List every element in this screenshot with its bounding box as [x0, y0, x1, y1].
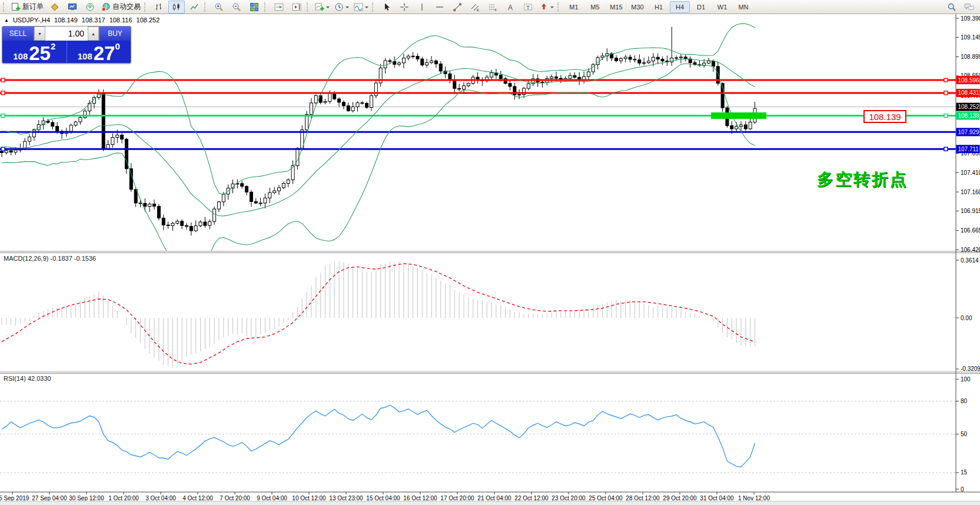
zoom-in-button[interactable]	[211, 1, 227, 14]
hline-marker[interactable]	[944, 114, 948, 118]
indicators-button[interactable]	[313, 1, 331, 14]
timeframe-m1-button[interactable]: M1	[564, 1, 584, 13]
buy-price[interactable]: 108 27 0	[67, 41, 131, 63]
svg-text:A: A	[508, 3, 513, 11]
crosshair-tool-button[interactable]	[396, 1, 413, 14]
templates-icon	[354, 2, 363, 12]
chart-profile-button[interactable]	[46, 1, 63, 14]
hline-marker[interactable]	[1, 147, 5, 151]
periods-button[interactable]	[333, 1, 351, 14]
price-axis[interactable]: 109.390109.145108.895108.650108.400108.1…	[956, 15, 980, 493]
hline-marker[interactable]	[1, 91, 5, 95]
rsi-tick-label: 50	[961, 431, 968, 437]
buy-button[interactable]: BUY	[99, 26, 131, 41]
price-tag-label: 108.139	[958, 112, 980, 119]
trendline-tool-button[interactable]	[449, 1, 466, 14]
vertical-line-icon	[417, 2, 427, 12]
clock-icon	[334, 2, 344, 12]
hline-marker[interactable]	[1, 78, 5, 82]
volume-stepper: ▼ ▲	[34, 26, 99, 41]
hline-marker[interactable]	[1, 114, 5, 118]
timeframe-mn-button[interactable]: MN	[733, 1, 753, 13]
bar-open: 108.149	[54, 16, 78, 24]
vertical-line-tool-button[interactable]	[414, 1, 430, 14]
sell-price[interactable]: 108 25 2	[2, 41, 67, 63]
timeframe-m5-button[interactable]: M5	[585, 1, 605, 13]
price-annotation-box: 108.139	[863, 110, 906, 123]
bar-high: 108.317	[82, 16, 105, 24]
equidistant-channel-tool-button[interactable]: E	[467, 1, 483, 14]
price-tag-label: 108.431	[958, 89, 980, 96]
highlight-zone[interactable]	[711, 112, 766, 119]
hline-marker[interactable]	[944, 91, 948, 95]
text-tool-button[interactable]: A	[502, 1, 519, 14]
auto-trading-button[interactable]: 自动交易	[99, 1, 142, 14]
zoom-out-icon	[232, 2, 241, 12]
symbol-ohlc-line: ▲ USDJPY-,H4 108.149 108.317 108.116 108…	[4, 16, 160, 24]
bar-chart-button[interactable]	[151, 1, 167, 14]
timeframe-m30-button[interactable]: M30	[627, 1, 647, 13]
toolbar-grip	[144, 2, 148, 12]
candlestick-chart-icon	[172, 2, 181, 12]
auto-scroll-button[interactable]	[271, 1, 287, 14]
hline-marker[interactable]	[944, 147, 948, 151]
axes	[0, 14, 980, 492]
auto-trading-label: 自动交易	[112, 2, 141, 12]
toolbar-grip	[264, 2, 268, 12]
volume-input[interactable]	[45, 26, 88, 41]
toolbar-grip	[3, 2, 6, 12]
timeframe-h4-button[interactable]: H4	[670, 1, 690, 13]
horizontal-lines	[0, 78, 956, 151]
templates-button[interactable]	[352, 1, 370, 14]
cursor-tool-button[interactable]	[378, 1, 395, 14]
signals-button[interactable]	[82, 1, 98, 14]
arrows-tool-button[interactable]	[537, 1, 556, 14]
horizontal-scrollbar[interactable]	[0, 501, 980, 505]
horizontal-line-icon	[435, 2, 444, 12]
rsi-indicator-label: RSI(14) 42.0330	[4, 375, 51, 382]
price-tick-label: 106.915	[961, 208, 980, 214]
rsi-tick-label: 0	[961, 486, 964, 493]
timeframe-d1-button[interactable]: D1	[691, 1, 711, 13]
price-tick-label: 109.145	[961, 34, 980, 41]
sell-button[interactable]: SELL	[2, 26, 34, 41]
volume-up-button[interactable]: ▲	[88, 26, 99, 41]
text-label-tool-button[interactable]: T	[520, 1, 536, 14]
tile-windows-button[interactable]	[246, 1, 263, 14]
fibonacci-icon: F	[488, 2, 497, 12]
volume-down-button[interactable]: ▼	[34, 26, 45, 41]
zoom-in-icon	[214, 2, 224, 12]
signals-icon	[85, 2, 95, 12]
rsi-line	[2, 405, 755, 467]
macd-signal-line	[2, 264, 755, 364]
chat-button[interactable]	[961, 1, 978, 14]
timeframe-w1-button[interactable]: W1	[712, 1, 732, 13]
chevron-down-icon	[550, 6, 554, 10]
chevron-down-icon	[326, 6, 330, 10]
toolbar-grip	[372, 2, 376, 12]
chart-canvas[interactable]: 109.390109.145108.895108.650108.400108.1…	[0, 14, 980, 505]
horizontal-line-tool-button[interactable]	[431, 1, 448, 14]
chart-shift-button[interactable]	[288, 1, 305, 14]
candlestick-chart-button[interactable]	[168, 1, 185, 14]
text-icon: A	[506, 2, 515, 12]
chart-profile-icon	[50, 2, 59, 12]
sell-price-sup: 2	[51, 41, 55, 51]
one-click-trading-panel: SELL ▼ ▲ BUY 108 25 2 108 27 0	[2, 26, 131, 64]
line-chart-icon	[190, 2, 199, 12]
line-chart-button[interactable]	[186, 1, 202, 14]
collapse-triangle-icon[interactable]: ▲	[4, 18, 9, 23]
search-button[interactable]	[944, 1, 960, 14]
new-order-button[interactable]: 新订单	[9, 1, 45, 14]
toolbar-grip	[204, 2, 208, 12]
fibonacci-tool-button[interactable]: F	[484, 1, 501, 14]
hline-marker[interactable]	[944, 78, 948, 82]
price-tick-label: 108.895	[961, 54, 980, 60]
timeframe-m15-button[interactable]: M15	[606, 1, 626, 13]
toolbar-grip	[307, 2, 310, 12]
market-watch-button[interactable]	[64, 1, 81, 14]
toolbar-grip	[557, 2, 561, 12]
time-axis[interactable]: 25 Sep 201927 Sep 04:0030 Sep 12:001 Oct…	[0, 492, 770, 501]
timeframe-h1-button[interactable]: H1	[649, 1, 669, 13]
zoom-out-button[interactable]	[228, 1, 245, 14]
